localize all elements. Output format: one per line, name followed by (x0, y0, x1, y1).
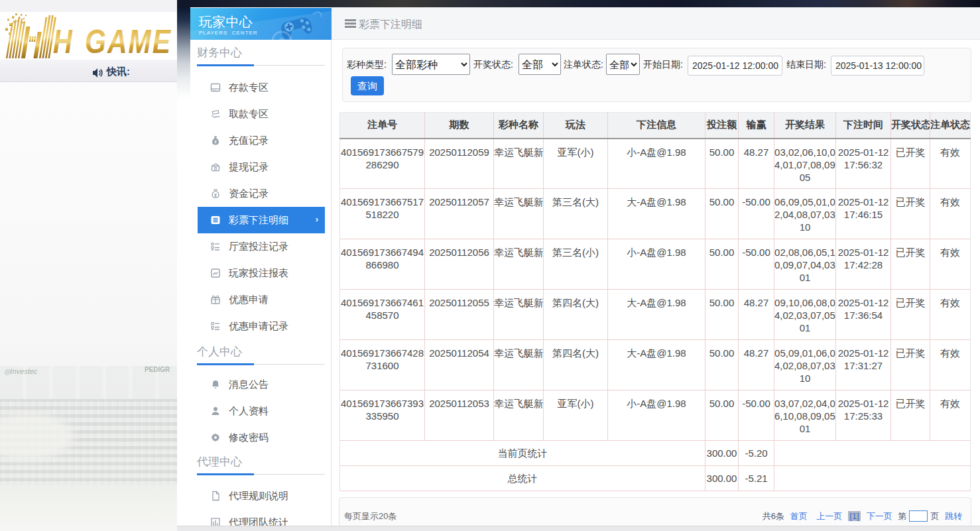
svg-text:H: H (53, 23, 73, 60)
svg-text:GAME: GAME (85, 23, 172, 60)
